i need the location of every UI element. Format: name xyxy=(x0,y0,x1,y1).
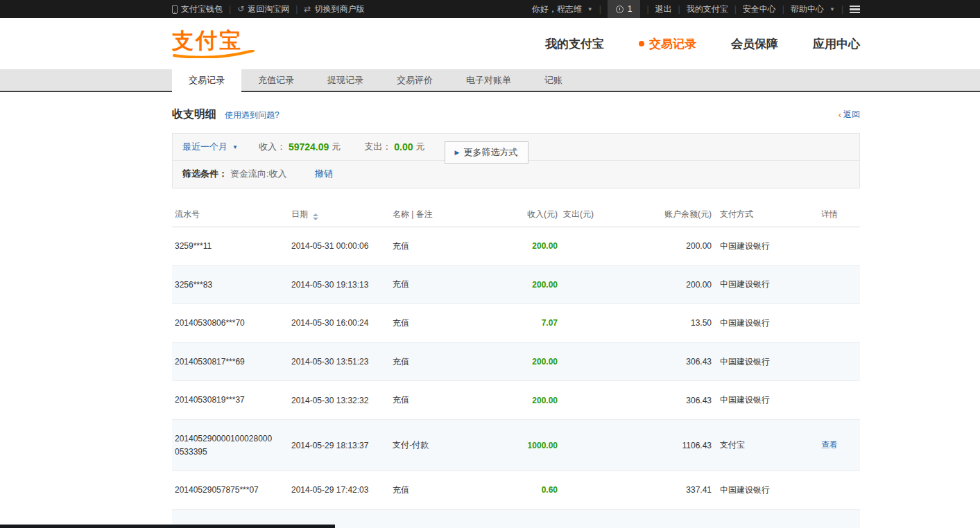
cell-income: 200.00 xyxy=(494,381,560,420)
notification-icon xyxy=(616,6,624,13)
chevron-left-icon: ‹ xyxy=(839,109,841,120)
cell-date: 2014-05-30 13:51:23 xyxy=(289,342,390,381)
header-serial-number: 流水号 xyxy=(172,202,289,227)
expense-unit: 元 xyxy=(416,141,425,153)
more-filters-button[interactable]: ▶ 更多筛选方式 xyxy=(445,141,528,164)
wallet-link[interactable]: 支付宝钱包 xyxy=(172,3,223,15)
cell-expense xyxy=(560,381,623,420)
separator: | xyxy=(646,4,648,14)
horizontal-scrollbar-thumb[interactable] xyxy=(0,525,335,528)
wallet-link-label: 支付宝钱包 xyxy=(181,3,223,15)
separator: | xyxy=(229,4,231,14)
sort-icon[interactable] xyxy=(313,213,318,220)
back-to-taobao-link[interactable]: ↺ 返回淘宝网 xyxy=(237,3,289,15)
cell-balance: 337.41 xyxy=(623,471,714,510)
separator: | xyxy=(841,4,843,14)
tab-transaction-reviews[interactable]: 交易评价 xyxy=(380,69,449,91)
filter-condition-row: 筛选条件： 资金流向:收入 撤销 xyxy=(173,160,859,188)
back-link[interactable]: ‹ 返回 xyxy=(839,109,860,121)
notification-button[interactable]: 1 xyxy=(608,0,641,18)
nav-member-protection-label: 会员保障 xyxy=(731,36,778,52)
header-date[interactable]: 日期 xyxy=(289,202,390,227)
cell-detail xyxy=(818,304,860,343)
cell-balance: 306.43 xyxy=(623,381,714,420)
cell-detail: 查看 xyxy=(818,509,860,528)
cell-balance: 306.43 xyxy=(623,342,714,381)
cell-detail xyxy=(818,471,860,510)
nav-my-alipay-label: 我的支付宝 xyxy=(545,36,604,52)
cell-income: 0.60 xyxy=(494,471,560,510)
topbar-right-group: 你好， 程志维 ▼ | 1 | 退出 | 我的支付宝 | 安全中心 | 帮助中心 xyxy=(532,0,860,18)
cell-detail xyxy=(818,227,860,266)
condition-label: 筛选条件： xyxy=(182,168,227,180)
back-link-label: 返回 xyxy=(843,109,860,121)
notification-count: 1 xyxy=(628,4,633,14)
detail-view-link[interactable]: 查看 xyxy=(821,440,838,450)
my-alipay-link[interactable]: 我的支付宝 xyxy=(687,3,728,15)
help-question-link[interactable]: 使用遇到问题? xyxy=(225,109,280,121)
alipay-logo-text: 支付宝 xyxy=(172,30,255,51)
more-filters-label: 更多筛选方式 xyxy=(464,146,518,159)
date-range-dropdown[interactable]: 最近一个月 ▼ xyxy=(182,141,238,153)
username-label: 程志维 xyxy=(557,3,582,15)
cell-date: 2014-05-30 16:00:24 xyxy=(289,304,390,343)
transaction-row: 3256***83 2014-05-30 19:13:13 充值 200.00 … xyxy=(172,265,860,304)
nav-member-protection[interactable]: 会员保障 xyxy=(731,36,778,52)
tab-bookkeeping[interactable]: 记账 xyxy=(528,69,579,91)
cell-expense xyxy=(560,227,623,266)
site-header: 支付宝 我的支付宝 交易记录 会员保障 应用中心 xyxy=(0,18,980,69)
cell-balance: 1106.43 xyxy=(623,419,714,470)
back-to-taobao-label: 返回淘宝网 xyxy=(248,3,289,15)
cell-serial-number: 20140530806***70 xyxy=(172,304,289,343)
cell-expense xyxy=(560,509,623,528)
triangle-right-icon: ▶ xyxy=(455,149,460,156)
cell-expense xyxy=(560,342,623,381)
cell-balance: 200.00 xyxy=(623,227,714,266)
security-center-link[interactable]: 安全中心 xyxy=(743,3,776,15)
main-nav: 我的支付宝 交易记录 会员保障 应用中心 xyxy=(545,36,860,52)
tab-e-statement[interactable]: 电子对账单 xyxy=(449,69,528,91)
logout-link[interactable]: 退出 xyxy=(655,3,672,15)
transaction-row: 20140530819***37 2014-05-30 13:32:32 充值 … xyxy=(172,381,860,420)
tab-transaction-records[interactable]: 交易记录 xyxy=(172,69,241,92)
cell-detail: 查看 xyxy=(818,419,860,470)
cell-name-memo: 充值 xyxy=(390,265,494,304)
cell-date: 2014-05-30 19:13:13 xyxy=(289,265,390,304)
cell-date: 2014-05-31 00:00:06 xyxy=(289,227,390,266)
separator: | xyxy=(678,4,680,14)
tab-withdraw-records[interactable]: 提现记录 xyxy=(311,69,380,91)
cell-payment-method: 中国建设银行 xyxy=(714,381,818,420)
cell-payment-method: 中国建设银行 xyxy=(714,342,818,381)
nav-my-alipay[interactable]: 我的支付宝 xyxy=(545,36,604,52)
alipay-logo[interactable]: 支付宝 xyxy=(172,30,255,58)
transaction-row: 20140529057875***07 2014-05-29 17:42:03 … xyxy=(172,471,860,510)
nav-app-center[interactable]: 应用中心 xyxy=(813,36,860,52)
topbar: 支付宝钱包 | ↺ 返回淘宝网 | ⇄ 切换到商户版 你好， 程志维 ▼ xyxy=(0,0,980,18)
transaction-row: 20140530817***69 2014-05-30 13:51:23 充值 … xyxy=(172,342,860,381)
switch-merchant-link[interactable]: ⇄ 切换到商户版 xyxy=(304,3,364,15)
cell-serial-number: 20140529057875***07 xyxy=(172,471,289,510)
page-head: 收支明细 使用遇到问题? ‹ 返回 xyxy=(172,107,860,122)
return-arrow-icon: ↺ xyxy=(237,4,244,14)
phone-icon xyxy=(172,5,178,14)
cell-income: 200.00 xyxy=(494,342,560,381)
cell-balance: 200.00 xyxy=(623,265,714,304)
username-menu[interactable]: 程志维 ▼ xyxy=(557,3,593,15)
main-content: 收支明细 使用遇到问题? ‹ 返回 最近一个月 ▼ 收入： 59724.09 元… xyxy=(172,107,860,528)
header-income: 收入(元) xyxy=(494,202,560,227)
separator: | xyxy=(295,4,298,14)
cell-income: 7.07 xyxy=(494,304,560,343)
cell-name-memo: 充值 xyxy=(390,381,494,420)
tab-recharge-records[interactable]: 充值记录 xyxy=(241,69,311,91)
transaction-table-body: 3259***11 2014-05-31 00:00:06 充值 200.00 … xyxy=(172,227,860,528)
cell-name-memo: 充值 xyxy=(390,471,494,510)
nav-app-center-label: 应用中心 xyxy=(813,36,860,52)
help-center-menu[interactable]: 帮助中心 ▼ xyxy=(791,3,835,15)
cell-balance: 557.51 xyxy=(623,509,714,528)
greeting-text: 你好， xyxy=(532,3,557,15)
nav-transaction-records[interactable]: 交易记录 xyxy=(639,36,696,52)
cell-serial-number: 20140530817***69 xyxy=(172,342,289,381)
cell-name-memo: 充值 xyxy=(390,342,494,381)
hamburger-menu-icon[interactable] xyxy=(850,6,860,13)
undo-filter-link[interactable]: 撤销 xyxy=(315,168,333,180)
